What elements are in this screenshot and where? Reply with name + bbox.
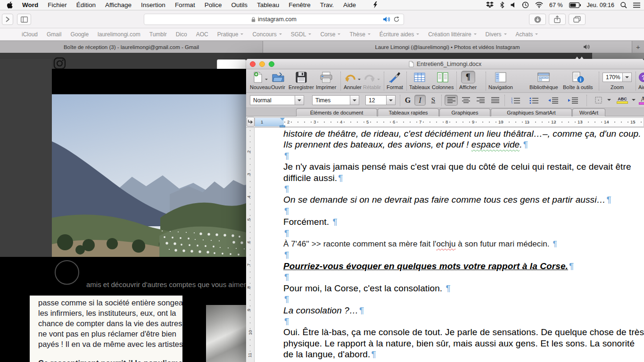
share-button[interactable] bbox=[549, 14, 566, 25]
notification-center-icon[interactable] bbox=[633, 2, 640, 8]
italic-button[interactable]: I bbox=[414, 95, 426, 106]
spotlight-search-icon[interactable] bbox=[620, 2, 627, 8]
new-tab-button[interactable]: + bbox=[632, 41, 644, 53]
menu-item[interactable]: Format bbox=[175, 1, 195, 8]
bookmark-item[interactable]: Google bbox=[70, 31, 89, 38]
bookmark-item[interactable]: Thèse bbox=[349, 31, 370, 38]
menu-item[interactable]: Fichier bbox=[48, 1, 67, 8]
undo-button[interactable]: Annuler bbox=[344, 71, 362, 90]
menu-item[interactable]: Tableau bbox=[257, 1, 279, 8]
toolbox-button[interactable]: i Boîte à outils bbox=[563, 71, 593, 90]
apple-menu[interactable] bbox=[7, 1, 13, 8]
doc-paragraph[interactable]: Forcément. ¶ bbox=[283, 216, 644, 227]
style-dropdown[interactable]: Normal bbox=[250, 95, 304, 105]
doc-paragraph[interactable]: ¶ bbox=[283, 206, 644, 216]
align-left-button[interactable] bbox=[445, 95, 458, 106]
align-center-button[interactable] bbox=[459, 95, 472, 106]
doc-paragraph[interactable]: ¶ bbox=[283, 150, 644, 161]
ribbon-tab-quick-tables[interactable]: Tableaux rapides bbox=[378, 108, 439, 116]
close-window-button[interactable] bbox=[250, 61, 256, 67]
wifi-icon[interactable] bbox=[535, 2, 543, 8]
highlight-button[interactable]: ABC bbox=[615, 95, 630, 106]
downloads-button[interactable] bbox=[529, 14, 546, 25]
ribbon-tab-document-elements[interactable]: Éléments de document bbox=[296, 108, 377, 116]
forward-button[interactable] bbox=[2, 14, 13, 25]
borders-dropdown-caret[interactable] bbox=[607, 99, 611, 103]
word-title-bar[interactable]: Entretien6_Limongi.docx bbox=[246, 59, 644, 69]
tab-instagram[interactable]: Laure Limongi (@laurelimongi) • Photos e… bbox=[263, 41, 632, 53]
ribbon-tab-wordart[interactable]: WordArt bbox=[572, 108, 605, 116]
doc-paragraph[interactable]: ¶ bbox=[283, 249, 644, 260]
doc-paragraph[interactable]: Pour moi, la Corse, c'est la consolation… bbox=[283, 283, 644, 294]
tables-button[interactable]: Tableaux bbox=[409, 71, 430, 90]
tab-audio-playing-icon[interactable] bbox=[383, 16, 390, 24]
help-button[interactable]: ? Aide bbox=[638, 71, 644, 90]
doc-paragraph[interactable]: À 7'46'' >> raconte comment sa mère fait… bbox=[283, 239, 644, 249]
font-dropdown[interactable]: Times bbox=[312, 95, 359, 105]
zoom-window-button[interactable] bbox=[269, 61, 274, 67]
zoom-control[interactable]: 170% Zoom bbox=[603, 71, 632, 90]
ribbon-tab-charts[interactable]: Graphiques bbox=[439, 108, 490, 116]
menu-item[interactable]: Outils bbox=[231, 1, 248, 8]
bookmark-item[interactable]: Concours bbox=[252, 31, 281, 38]
doc-paragraph[interactable]: Pourriez-vous évoquer en quelques mots v… bbox=[283, 261, 644, 272]
menu-item[interactable]: Édition bbox=[76, 1, 96, 8]
menu-item[interactable]: Affichage bbox=[105, 1, 132, 8]
underline-button[interactable]: S bbox=[428, 95, 438, 106]
bookmark-item[interactable]: AOC bbox=[196, 31, 208, 38]
save-button[interactable]: Enregistrer bbox=[289, 71, 314, 90]
tab-stop-selector[interactable] bbox=[247, 117, 255, 127]
doc-paragraph[interactable]: ¶ bbox=[283, 272, 644, 282]
borders-button[interactable] bbox=[592, 95, 604, 106]
bookmark-item[interactable]: Corse bbox=[320, 31, 340, 38]
navigation-button[interactable]: Navigation bbox=[488, 71, 513, 90]
bookmark-item[interactable]: SGDL bbox=[291, 31, 312, 38]
doc-paragraph[interactable]: ¶ bbox=[283, 316, 644, 327]
bulleted-list-button[interactable] bbox=[527, 95, 541, 106]
url-field[interactable]: instagram.com bbox=[144, 14, 404, 25]
new-document-button[interactable]: Nouveau bbox=[250, 71, 271, 90]
tab-speaker-icon[interactable] bbox=[583, 44, 590, 51]
doc-paragraph[interactable]: Oui. Être là-bas, ça me console de tout.… bbox=[283, 327, 644, 360]
menu-item[interactable]: Aide bbox=[343, 1, 356, 8]
vertical-ruler[interactable]: 234567891011 bbox=[246, 128, 255, 362]
doc-paragraph[interactable]: histoire de théâtre, de rideau, c'est dé… bbox=[283, 128, 644, 150]
menu-item[interactable]: Fenêtre bbox=[289, 1, 311, 8]
doc-paragraph[interactable]: ¶ bbox=[283, 183, 644, 194]
menu-item[interactable]: Insertion bbox=[141, 1, 165, 8]
bolt-status-icon[interactable] bbox=[373, 1, 378, 8]
bookmark-item[interactable]: Divers bbox=[486, 31, 507, 38]
sidebar-button[interactable] bbox=[17, 14, 31, 25]
menu-bar-clock[interactable]: Jeu. 09:16 bbox=[587, 2, 614, 8]
menu-item[interactable]: Police bbox=[205, 1, 222, 8]
bookmark-item[interactable]: Écriture aides bbox=[380, 31, 419, 38]
show-formatting-button[interactable]: ¶ Afficher bbox=[459, 71, 477, 90]
columns-button[interactable]: Colonnes bbox=[432, 71, 454, 90]
ribbon-tab-smartart[interactable]: Graphiques SmartArt bbox=[491, 108, 572, 116]
bookmark-item[interactable]: Achats bbox=[516, 31, 538, 38]
bluetooth-icon[interactable] bbox=[500, 1, 504, 8]
bookmark-item[interactable]: iCloud bbox=[22, 31, 38, 38]
increase-indent-button[interactable] bbox=[565, 95, 581, 106]
numbered-list-button[interactable]: 123 bbox=[508, 95, 522, 106]
justify-button[interactable] bbox=[488, 95, 502, 106]
highlight-dropdown-caret[interactable] bbox=[632, 99, 636, 103]
doc-paragraph[interactable]: On se demande si on ne devrait pas faire… bbox=[283, 194, 644, 205]
doc-paragraph[interactable]: Je n'y avais jamais pensé mais c'est vra… bbox=[283, 161, 644, 183]
redo-button[interactable]: Rétablir bbox=[363, 71, 381, 90]
decrease-indent-button[interactable] bbox=[545, 95, 561, 106]
bold-button[interactable]: G bbox=[403, 95, 413, 106]
bookmark-item[interactable]: Tumblr bbox=[149, 31, 167, 38]
print-button[interactable]: Imprimer bbox=[316, 71, 336, 90]
open-button[interactable]: Ouvrir bbox=[271, 71, 285, 90]
doc-paragraph[interactable]: ¶ bbox=[283, 294, 644, 304]
bookmark-item[interactable]: Dico bbox=[176, 31, 187, 38]
menu-item[interactable]: Trav. bbox=[320, 1, 334, 8]
bookmark-item[interactable]: Gmail bbox=[47, 31, 61, 38]
font-color-button[interactable]: A bbox=[637, 95, 644, 106]
bookmark-item[interactable]: Pratique bbox=[217, 31, 244, 38]
dropbox-status-icon[interactable] bbox=[486, 1, 494, 8]
doc-paragraph[interactable]: La consolation ?…¶ bbox=[283, 305, 644, 316]
library-button[interactable]: Bibliothèque bbox=[529, 71, 558, 90]
font-size-dropdown[interactable]: 12 bbox=[365, 95, 396, 105]
